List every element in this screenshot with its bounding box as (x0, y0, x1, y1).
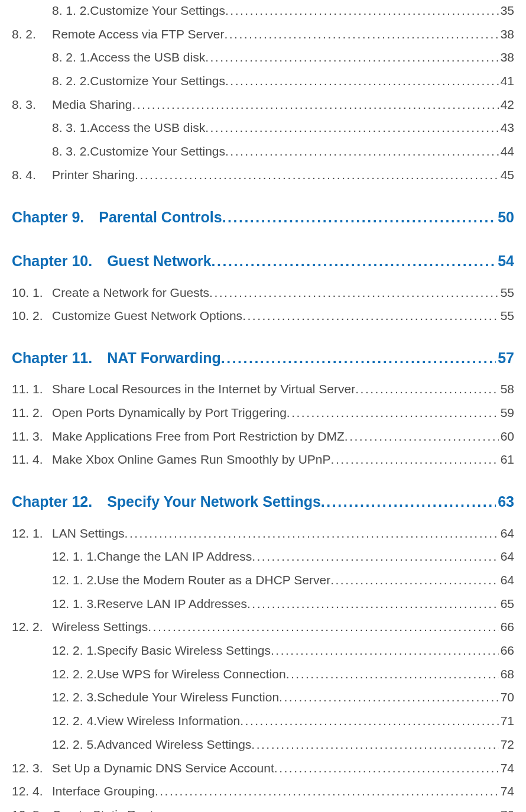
toc-entry-title: Reserve LAN IP Addresses (97, 593, 247, 614)
toc-entry-page: 64 (499, 570, 514, 591)
toc-entry-section[interactable]: 8. 3.Media Sharing......................… (12, 94, 514, 115)
toc-entry-subsection[interactable]: 12. 2. 1.Specify Basic Wireless Settings… (12, 640, 514, 661)
toc-entry-section[interactable]: 11. 3.Make Applications Free from Port R… (12, 426, 514, 447)
toc-entry-number: 11. 1. (12, 378, 52, 400)
toc-leader-dots: ........................................… (251, 734, 498, 755)
toc-entry-subsection[interactable]: 12. 1. 1.Change the LAN IP Address......… (12, 546, 514, 567)
toc-entry-title: Customize Your Settings (90, 0, 225, 21)
toc-entry-number: 12. 1. 3. (52, 593, 97, 614)
toc-entry-number: 12. 5. (12, 804, 52, 812)
toc-leader-dots: ........................................… (279, 687, 499, 708)
toc-entry-page: 61 (499, 449, 514, 470)
toc-entry-number: 8. 3. (12, 94, 52, 115)
toc-entry-section[interactable]: 8. 4.Printer Sharing....................… (12, 164, 514, 186)
toc-entry-number: 11. 2. (12, 402, 52, 423)
toc-entry-number: 8. 1. 2. (52, 0, 90, 21)
toc-entry-subsection[interactable]: 8. 3. 1.Access the USB disk.............… (12, 117, 514, 138)
toc-entry-title: Wireless Settings (52, 616, 148, 638)
toc-entry-section[interactable]: 11. 1.Share Local Resources in the Inter… (12, 378, 514, 400)
toc-entry-subsection[interactable]: 12. 2. 3.Schedule Your Wireless Function… (12, 687, 514, 708)
toc-entry-number: 12. 1. (12, 523, 52, 544)
toc-leader-dots: ........................................… (242, 305, 499, 326)
toc-entry-subsection[interactable]: 12. 2. 4.View Wireless Information......… (12, 710, 514, 732)
toc-leader-dots: ........................................… (240, 710, 498, 732)
toc-entry-page: 55 (499, 282, 514, 303)
toc-leader-dots: ........................................… (330, 570, 498, 591)
toc-entry-page: 35 (499, 0, 514, 21)
toc-entry-page: 65 (499, 593, 514, 614)
toc-entry-section[interactable]: 12. 2.Wireless Settings.................… (12, 616, 514, 638)
toc-entry-section[interactable]: 11. 4.Make Xbox Online Games Run Smoothl… (12, 449, 514, 470)
toc-entry-subsection[interactable]: 12. 1. 3.Reserve LAN IP Addresses.......… (12, 593, 514, 614)
table-of-contents: 8. 1. 2.Customize Your Settings.........… (12, 0, 514, 812)
toc-entry-number: Chapter 12. (12, 489, 92, 515)
toc-entry-number: 12. 3. (12, 758, 52, 779)
toc-entry-chapter[interactable]: Chapter 11. NAT Forwarding..............… (12, 345, 514, 371)
toc-entry-page: 74 (499, 781, 514, 802)
toc-entry-section[interactable]: 10. 2.Customize Guest Network Options...… (12, 305, 514, 326)
toc-entry-section[interactable]: 12. 3.Set Up a Dynamic DNS Service Accou… (12, 758, 514, 779)
toc-entry-section[interactable]: 8. 2.Remote Access via FTP Server.......… (12, 24, 514, 45)
toc-entry-chapter[interactable]: Chapter 12. Specify Your Network Setting… (12, 489, 514, 515)
toc-entry-title: Remote Access via FTP Server (52, 24, 224, 45)
toc-entry-section[interactable]: 10. 1.Create a Network for Guests.......… (12, 282, 514, 303)
toc-leader-dots: ........................................… (247, 593, 499, 614)
toc-leader-dots: ........................................… (286, 664, 499, 685)
toc-leader-dots: ........................................… (205, 117, 499, 138)
toc-entry-page: 45 (499, 164, 514, 186)
toc-entry-page: 43 (499, 117, 514, 138)
toc-leader-dots: ........................................… (125, 523, 499, 544)
toc-entry-number: Chapter 11. (12, 345, 92, 371)
toc-entry-chapter[interactable]: Chapter 9. Parental Controls............… (12, 205, 514, 230)
toc-entry-number: 11. 3. (12, 426, 52, 447)
toc-entry-page: 64 (499, 523, 514, 544)
toc-entry-number: 8. 2. (12, 24, 52, 45)
toc-entry-page: 60 (499, 426, 514, 447)
toc-entry-title: Share Local Resources in the Internet by… (52, 378, 355, 400)
toc-entry-title: Interface Grouping (52, 781, 155, 802)
toc-leader-dots: ........................................… (224, 24, 498, 45)
toc-entry-subsection[interactable]: 8. 1. 2.Customize Your Settings.........… (12, 0, 514, 21)
toc-entry-subsection[interactable]: 8. 2. 2.Customize Your Settings.........… (12, 70, 514, 92)
toc-leader-dots: ........................................… (355, 378, 498, 400)
toc-entry-number: Chapter 9. (12, 205, 84, 230)
toc-entry-subsection[interactable]: 12. 2. 5.Advanced Wireless Settings.....… (12, 734, 514, 755)
toc-entry-number: 12. 4. (12, 781, 52, 802)
toc-entry-number: 12. 2. 1. (52, 640, 97, 661)
toc-entry-number: 12. 1. 1. (52, 546, 97, 567)
toc-entry-subsection[interactable]: 12. 1. 2.Use the Modem Router as a DHCP … (12, 570, 514, 591)
toc-entry-section[interactable]: 11. 2.Open Ports Dynamically by Port Tri… (12, 402, 514, 423)
toc-entry-chapter[interactable]: Chapter 10. Guest Network...............… (12, 248, 514, 274)
toc-entry-title: Create Static Routes (52, 804, 167, 812)
toc-entry-title: NAT Forwarding (107, 345, 221, 371)
toc-entry-number: 12. 2. 3. (52, 687, 97, 708)
toc-entry-page: 50 (496, 205, 514, 230)
toc-entry-page: 71 (499, 710, 514, 732)
toc-entry-title: Customize Your Settings (90, 70, 225, 92)
toc-entry-subsection[interactable]: 12. 2. 2.Use WPS for Wireless Connection… (12, 664, 514, 685)
toc-entry-subsection[interactable]: 8. 2. 1.Access the USB disk.............… (12, 47, 514, 68)
toc-leader-dots: ........................................… (287, 402, 499, 423)
toc-entry-page: 63 (496, 489, 514, 515)
toc-entry-page: 66 (499, 640, 514, 661)
toc-leader-dots: ........................................… (225, 0, 499, 21)
toc-entry-title: Guest Network (107, 248, 211, 274)
toc-entry-subsection[interactable]: 8. 3. 2.Customize Your Settings.........… (12, 141, 514, 162)
toc-entry-page: 41 (499, 70, 514, 92)
toc-entry-section[interactable]: 12. 1.LAN Settings......................… (12, 523, 514, 544)
toc-entry-title: Customize Your Settings (90, 141, 225, 162)
toc-entry-section[interactable]: 12. 5.Create Static Routes..............… (12, 804, 514, 812)
toc-entry-number: 10. 1. (12, 282, 52, 303)
toc-leader-dots: ........................................… (225, 141, 499, 162)
toc-leader-dots: ........................................… (135, 164, 499, 186)
toc-entry-number: 8. 2. 1. (52, 47, 90, 68)
toc-leader-dots: ........................................… (221, 345, 496, 371)
toc-entry-section[interactable]: 12. 4.Interface Grouping................… (12, 781, 514, 802)
toc-leader-dots: ........................................… (148, 616, 498, 638)
toc-entry-page: 72 (499, 734, 514, 755)
toc-leader-dots: ........................................… (212, 248, 496, 274)
toc-entry-page: 44 (499, 141, 514, 162)
toc-entry-title: Change the LAN IP Address (97, 546, 252, 567)
toc-entry-title: Media Sharing (52, 94, 132, 115)
toc-entry-number: Chapter 10. (12, 248, 92, 274)
